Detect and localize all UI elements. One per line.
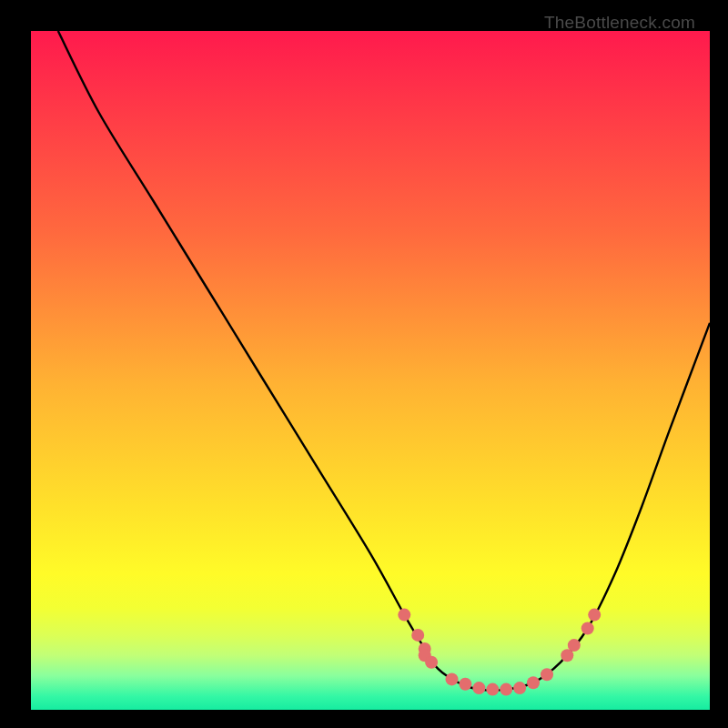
marker-point	[446, 672, 459, 685]
marker-point	[568, 639, 581, 652]
curve-svg	[31, 31, 710, 710]
marker-point	[581, 622, 594, 635]
marker-point	[459, 678, 471, 691]
marker-point	[398, 609, 410, 622]
marker-point	[527, 676, 540, 689]
plot-area	[31, 31, 710, 710]
marker-point	[411, 629, 424, 642]
chart-frame: TheBottleneck.com	[13, 7, 715, 721]
marker-point	[541, 668, 553, 681]
marker-point	[425, 656, 438, 669]
marker-point	[588, 609, 601, 622]
bottleneck-curve	[58, 31, 710, 691]
marker-point	[486, 683, 499, 696]
highlight-markers	[398, 609, 601, 696]
marker-point	[500, 683, 512, 696]
marker-point	[472, 682, 485, 694]
marker-point	[513, 682, 526, 694]
attribution-text: TheBottleneck.com	[544, 13, 695, 33]
